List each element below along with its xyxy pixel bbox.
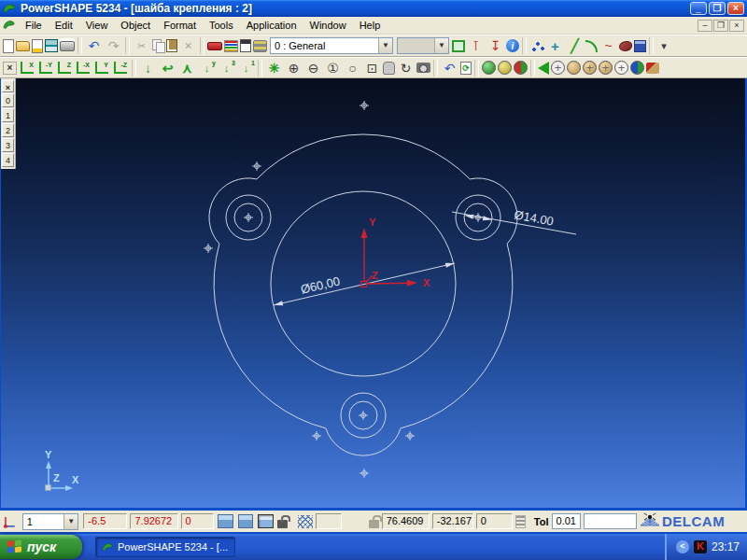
undo-icon[interactable]: ↶: [85, 37, 103, 54]
assembly-tools-icon[interactable]: [646, 63, 659, 74]
view-mode-cube2-icon[interactable]: [238, 514, 254, 528]
transparent-view-icon[interactable]: [614, 61, 628, 75]
tray-chevron-icon[interactable]: <: [676, 540, 689, 553]
create-solid-icon[interactable]: [634, 40, 646, 52]
menu-application[interactable]: Application: [240, 18, 303, 33]
sidebar-close-button[interactable]: ×: [2, 80, 14, 92]
shading-redgreen-icon[interactable]: [514, 61, 528, 75]
menu-view[interactable]: View: [79, 18, 115, 33]
wireframe-style-icon[interactable]: ⊺: [467, 37, 485, 54]
menu-format[interactable]: Format: [157, 18, 203, 33]
rotate-view-icon[interactable]: ↻: [397, 60, 415, 77]
view-from-y-icon[interactable]: Y: [95, 62, 108, 74]
style-selector-icon[interactable]: [452, 40, 465, 52]
cut-icon[interactable]: ✂: [133, 37, 150, 54]
menu-window[interactable]: Window: [303, 18, 353, 33]
redo-icon[interactable]: ↷: [105, 37, 122, 54]
calculator-icon[interactable]: [240, 39, 251, 52]
view-tripod-icon[interactable]: ⋏: [178, 60, 196, 77]
info-icon[interactable]: i: [506, 39, 519, 52]
tolerance-field[interactable]: 0.01: [552, 513, 582, 529]
sidebar-level-3[interactable]: 3: [2, 138, 14, 152]
workplane-combobox[interactable]: 1 ▼: [22, 513, 79, 530]
undo-view-icon[interactable]: ↶: [441, 60, 458, 77]
zoom-previous-icon[interactable]: ⊡: [363, 60, 381, 77]
refresh-view-icon[interactable]: ⟳: [460, 62, 472, 75]
sidebar-level-1[interactable]: 1: [2, 108, 14, 122]
hidden-line-view-icon[interactable]: [599, 61, 613, 75]
level-combobox-dropdown-icon[interactable]: ▼: [378, 38, 392, 53]
new-model-icon[interactable]: [3, 39, 14, 53]
sidebar-level-4[interactable]: 4: [2, 153, 14, 167]
view-mode-cube3-icon[interactable]: [258, 514, 274, 528]
view-from-minus-y-icon[interactable]: -Y: [39, 62, 52, 74]
level-selector-icon[interactable]: [253, 40, 267, 52]
create-workplane-icon[interactable]: +: [546, 37, 564, 54]
zoom-box-icon[interactable]: ○: [344, 60, 361, 77]
dynamic-section-icon[interactable]: [630, 61, 644, 75]
menu-help[interactable]: Help: [353, 18, 388, 33]
sidebar-level-0[interactable]: 0: [2, 93, 14, 107]
mdi-minimize-button[interactable]: –: [698, 20, 712, 32]
zoom-fit-icon[interactable]: ✳: [265, 60, 283, 77]
kaspersky-tray-icon[interactable]: K: [694, 540, 707, 553]
view-from-x-icon[interactable]: X: [21, 62, 34, 74]
zoom-out-icon[interactable]: ⊖: [304, 60, 322, 77]
zoom-scale1-icon[interactable]: ①: [324, 60, 342, 77]
view-from-z-icon[interactable]: Z: [58, 62, 71, 74]
dimension-hole[interactable]: Ø14.00: [452, 207, 576, 234]
line-width-icon[interactable]: ↧: [486, 37, 504, 54]
import-file-icon[interactable]: [32, 39, 43, 53]
menu-object[interactable]: Object: [114, 18, 157, 33]
shaded-wire-view-icon[interactable]: [583, 61, 597, 75]
zoom-in-icon[interactable]: ⊕: [285, 60, 303, 77]
create-arc-icon[interactable]: [585, 40, 598, 52]
view-mode-cube-icon[interactable]: [218, 514, 233, 528]
info-field[interactable]: [584, 513, 637, 529]
position-x-field[interactable]: 76.4609: [382, 513, 430, 529]
grid-icon[interactable]: [298, 515, 314, 528]
view-iso-bent-icon[interactable]: ↩: [159, 60, 176, 77]
pan-icon[interactable]: [383, 62, 395, 75]
restore-button[interactable]: ❐: [709, 2, 726, 15]
menu-tools[interactable]: Tools: [203, 18, 240, 33]
open-model-icon[interactable]: [16, 41, 30, 51]
options-knife-icon[interactable]: [207, 42, 222, 50]
wireframe-view-icon[interactable]: [551, 61, 565, 75]
selection-dropdown-icon[interactable]: ▾: [658, 37, 669, 54]
create-line-icon[interactable]: ╱: [566, 37, 584, 54]
view-iso1-icon[interactable]: ↓1: [237, 60, 255, 77]
minimize-button[interactable]: _: [690, 2, 707, 15]
create-points-icon[interactable]: [531, 40, 544, 52]
cursor-x-field[interactable]: -6.5: [83, 513, 127, 529]
delete-icon[interactable]: ×: [179, 37, 197, 54]
grid-size-field[interactable]: [316, 513, 342, 529]
drawing-canvas[interactable]: Ø60,00 Ø14.00 Y X: [1, 78, 745, 508]
level-combobox[interactable]: 0 : General ▼: [270, 37, 393, 54]
document-system-icon[interactable]: [3, 20, 16, 31]
shaded-view-icon[interactable]: [567, 61, 581, 75]
view-iso-y-icon[interactable]: ↓y: [198, 60, 216, 77]
menu-file[interactable]: File: [19, 18, 49, 33]
position-y-field[interactable]: -32.167: [432, 513, 473, 529]
view-from-minus-z-icon[interactable]: -Z: [114, 62, 127, 74]
mdi-close-button[interactable]: ×: [729, 20, 744, 32]
levels-icon[interactable]: [224, 40, 238, 52]
position-z-field[interactable]: 0: [476, 513, 513, 529]
copy-icon[interactable]: [152, 39, 164, 52]
mdi-restore-button[interactable]: ❐: [713, 20, 728, 32]
close-toolbar-button[interactable]: ×: [3, 62, 17, 75]
cursor-z-field[interactable]: 0: [181, 513, 214, 529]
save-model-icon[interactable]: [45, 39, 58, 52]
lock-open-icon[interactable]: [277, 520, 288, 528]
paste-icon[interactable]: [166, 39, 177, 52]
cursor-y-field[interactable]: 7.92672: [130, 513, 177, 529]
start-button[interactable]: пуск: [0, 535, 82, 559]
create-surface-icon[interactable]: [619, 41, 632, 51]
shading-green-icon[interactable]: [482, 61, 496, 75]
view-from-minus-x-icon[interactable]: -X: [77, 62, 90, 74]
taskbar-task-button[interactable]: PowerSHAPE 5234 - [...: [95, 537, 235, 557]
workplane-combobox-dropdown-icon[interactable]: ▼: [63, 514, 78, 529]
print-icon[interactable]: [60, 41, 75, 51]
menu-edit[interactable]: Edit: [49, 18, 79, 33]
